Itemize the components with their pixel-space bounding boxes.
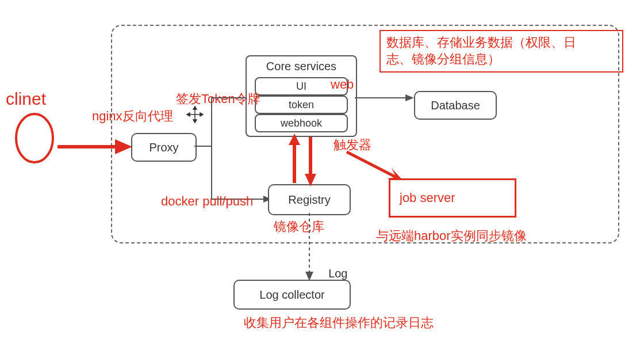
- core-webhook-label: webhook: [281, 117, 322, 129]
- svg-marker-10: [405, 94, 414, 101]
- job-server-label: job server: [400, 190, 455, 205]
- annot-log-collector: 收集用户在各组件操作的记录日志: [244, 315, 434, 331]
- proxy-label: Proxy: [149, 141, 178, 154]
- proxy-box: Proxy: [131, 133, 197, 162]
- svg-marker-2: [115, 139, 132, 154]
- annot-database-desc: 数据库、存储业务数据（权限、日 志、镜像分组信息）: [379, 30, 623, 73]
- annot-nginx: nginx反向代理: [92, 108, 173, 124]
- arrow-client-to-proxy: [57, 138, 132, 155]
- arrow-core-registry-bidir: [288, 134, 322, 186]
- client-ellipse: [13, 112, 59, 164]
- client-label: clinet: [6, 89, 46, 109]
- svg-marker-15: [305, 174, 316, 186]
- database-box: Database: [414, 91, 497, 120]
- svg-point-0: [16, 114, 53, 162]
- core-token-label: token: [289, 99, 314, 111]
- line-registry-to-log: [292, 213, 327, 282]
- svg-marker-13: [289, 134, 300, 145]
- log-label: Log: [322, 252, 348, 281]
- line-proxy-to-core: [194, 92, 252, 150]
- arrow-core-to-database: [355, 86, 418, 109]
- core-ui-label: UI: [296, 81, 306, 93]
- annot-job-server-sync: 与远端harbor实例同步镜像: [376, 228, 527, 244]
- svg-marker-7: [187, 113, 190, 116]
- log-collector-label: Log collector: [259, 288, 324, 302]
- core-services-box: Core services UI token webhook: [246, 55, 357, 137]
- annot-docker-pull-push: docker pull/push: [161, 193, 253, 209]
- core-token-row: token: [255, 96, 348, 114]
- registry-label: Registry: [288, 193, 330, 207]
- log-collector-box: Log collector: [233, 280, 351, 310]
- annot-web: web: [331, 77, 354, 93]
- core-webhook-row: webhook: [255, 114, 348, 132]
- registry-box: Registry: [268, 184, 351, 215]
- database-label: Database: [431, 99, 480, 112]
- core-services-title: Core services: [247, 60, 356, 73]
- job-server-box: job server: [389, 178, 516, 218]
- annot-database-desc-text: 数据库、存储业务数据（权限、日 志、镜像分组信息）: [386, 35, 576, 66]
- svg-line-16: [347, 152, 396, 177]
